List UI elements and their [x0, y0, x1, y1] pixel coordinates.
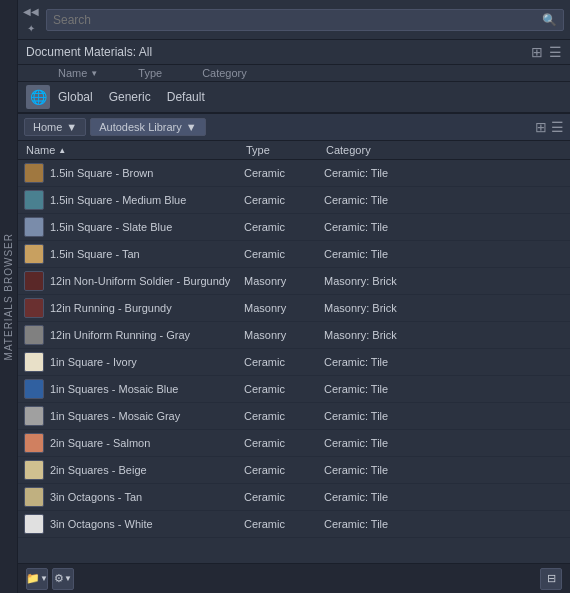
material-name: 3in Octagons - Tan — [50, 491, 244, 503]
material-category: Ceramic: Tile — [324, 167, 564, 179]
col-header-name[interactable]: Name ▼ — [58, 67, 98, 79]
material-category: Masonry: Brick — [324, 275, 564, 287]
material-thumbnail — [24, 244, 44, 264]
list-item[interactable]: 1in Square - IvoryCeramicCeramic: Tile — [18, 349, 570, 376]
add-material-button[interactable]: 📁 ▼ — [26, 568, 48, 590]
material-thumbnail — [24, 190, 44, 210]
list-item[interactable]: 12in Non-Uniform Soldier - BurgundyMason… — [18, 268, 570, 295]
material-thumbnail — [24, 487, 44, 507]
material-type: Ceramic — [244, 410, 324, 422]
list-item[interactable]: 1.5in Square - TanCeramicCeramic: Tile — [18, 241, 570, 268]
settings-dropdown-arrow: ▼ — [64, 574, 72, 583]
material-list[interactable]: 1.5in Square - BrownCeramicCeramic: Tile… — [18, 160, 570, 563]
global-material-info: Global Generic Default — [58, 90, 205, 104]
home-tab-arrow: ▼ — [66, 121, 77, 133]
material-name: 1in Squares - Mosaic Gray — [50, 410, 244, 422]
material-thumbnail — [24, 352, 44, 372]
material-name: 1.5in Square - Slate Blue — [50, 221, 244, 233]
material-category: Ceramic: Tile — [324, 194, 564, 206]
material-thumbnail — [24, 217, 44, 237]
material-category: Masonry: Brick — [324, 302, 564, 314]
lib-list-view-icon[interactable]: ☰ — [551, 119, 564, 135]
settings-button[interactable]: ⚙ ▼ — [52, 568, 74, 590]
material-type: Ceramic — [244, 167, 324, 179]
list-item[interactable]: 12in Running - BurgundyMasonryMasonry: B… — [18, 295, 570, 322]
material-category: Masonry: Brick — [324, 329, 564, 341]
col-header-category[interactable]: Category — [202, 67, 247, 79]
material-thumbnail — [24, 514, 44, 534]
global-material-icon: 🌐 — [26, 85, 50, 109]
material-thumbnail — [24, 406, 44, 426]
material-name: 12in Uniform Running - Gray — [50, 329, 244, 341]
list-item[interactable]: 1.5in Square - BrownCeramicCeramic: Tile — [18, 160, 570, 187]
list-col-name[interactable]: Name ▲ — [26, 144, 246, 156]
list-col-category[interactable]: Category — [326, 144, 562, 156]
material-category: Ceramic: Tile — [324, 248, 564, 260]
list-col-type[interactable]: Type — [246, 144, 326, 156]
material-category: Ceramic: Tile — [324, 221, 564, 233]
material-name: 3in Octagons - White — [50, 518, 244, 530]
material-name: 1in Square - Ivory — [50, 356, 244, 368]
material-name: 2in Squares - Beige — [50, 464, 244, 476]
material-thumbnail — [24, 325, 44, 345]
list-item[interactable]: 1.5in Square - Slate BlueCeramicCeramic:… — [18, 214, 570, 241]
list-item[interactable]: 1in Squares - Mosaic GrayCeramicCeramic:… — [18, 403, 570, 430]
add-dropdown-arrow: ▼ — [40, 574, 48, 583]
material-type: Ceramic — [244, 194, 324, 206]
bottom-left-icons: 📁 ▼ ⚙ ▼ — [26, 568, 74, 590]
home-tab[interactable]: Home ▼ — [24, 118, 86, 136]
material-name: 12in Running - Burgundy — [50, 302, 244, 314]
list-item[interactable]: 2in Square - SalmonCeramicCeramic: Tile — [18, 430, 570, 457]
sort-arrow-name: ▼ — [90, 69, 98, 78]
nav-back-icon[interactable]: ◀◀ — [24, 4, 38, 18]
nav-options-icon[interactable]: ✦ — [24, 21, 38, 35]
panel-options-button[interactable]: ⊟ — [540, 568, 562, 590]
material-name: 1.5in Square - Medium Blue — [50, 194, 244, 206]
material-name: 12in Non-Uniform Soldier - Burgundy — [50, 275, 244, 287]
main-panel: ◀◀ ✦ 🔍 Document Materials: All ⊞ ☰ Name … — [18, 0, 570, 593]
list-item[interactable]: 1.5in Square - Medium BlueCeramicCeramic… — [18, 187, 570, 214]
material-category: Ceramic: Tile — [324, 356, 564, 368]
list-item[interactable]: 2in Squares - BeigeCeramicCeramic: Tile — [18, 457, 570, 484]
global-material-row[interactable]: 🌐 Global Generic Default — [18, 82, 570, 114]
doc-col-headers: Name ▼ Type Category — [18, 65, 570, 82]
autodesk-tab-arrow: ▼ — [186, 121, 197, 133]
material-type: Ceramic — [244, 464, 324, 476]
material-thumbnail — [24, 460, 44, 480]
material-type: Masonry — [244, 329, 324, 341]
list-item[interactable]: 3in Octagons - TanCeramicCeramic: Tile — [18, 484, 570, 511]
library-toolbar: Home ▼ Autodesk Library ▼ ⊞ ☰ — [18, 114, 570, 141]
lib-grid-view-icon[interactable]: ⊞ — [535, 119, 547, 135]
list-sort-arrow: ▲ — [58, 146, 66, 155]
doc-materials-header: Document Materials: All ⊞ ☰ — [18, 40, 570, 65]
material-type: Masonry — [244, 275, 324, 287]
library-tabs: Home ▼ Autodesk Library ▼ — [24, 118, 206, 136]
doc-materials-title: Document Materials: All — [26, 45, 152, 59]
material-type: Ceramic — [244, 248, 324, 260]
add-icon: 📁 — [26, 572, 40, 585]
material-name: 2in Square - Salmon — [50, 437, 244, 449]
vertical-tab-label: MATERIALS BROWSER — [3, 233, 14, 360]
list-item[interactable]: 3in Octagons - WhiteCeramicCeramic: Tile — [18, 511, 570, 538]
global-category: Default — [167, 90, 205, 104]
col-header-type[interactable]: Type — [138, 67, 162, 79]
material-thumbnail — [24, 433, 44, 453]
material-type: Ceramic — [244, 221, 324, 233]
material-category: Ceramic: Tile — [324, 518, 564, 530]
top-toolbar: ◀◀ ✦ 🔍 — [18, 0, 570, 40]
material-type: Ceramic — [244, 356, 324, 368]
material-category: Ceramic: Tile — [324, 464, 564, 476]
list-view-icon[interactable]: ☰ — [549, 44, 562, 60]
list-col-headers: Name ▲ Type Category — [18, 141, 570, 160]
material-name: 1.5in Square - Tan — [50, 248, 244, 260]
list-item[interactable]: 1in Squares - Mosaic BlueCeramicCeramic:… — [18, 376, 570, 403]
library-view-icons: ⊞ ☰ — [535, 119, 564, 135]
material-thumbnail — [24, 379, 44, 399]
grid-view-icon[interactable]: ⊞ — [531, 44, 543, 60]
search-input[interactable] — [53, 13, 542, 27]
list-item[interactable]: 12in Uniform Running - GrayMasonryMasonr… — [18, 322, 570, 349]
search-box: 🔍 — [46, 9, 564, 31]
autodesk-library-tab[interactable]: Autodesk Library ▼ — [90, 118, 205, 136]
material-type: Ceramic — [244, 518, 324, 530]
material-thumbnail — [24, 271, 44, 291]
